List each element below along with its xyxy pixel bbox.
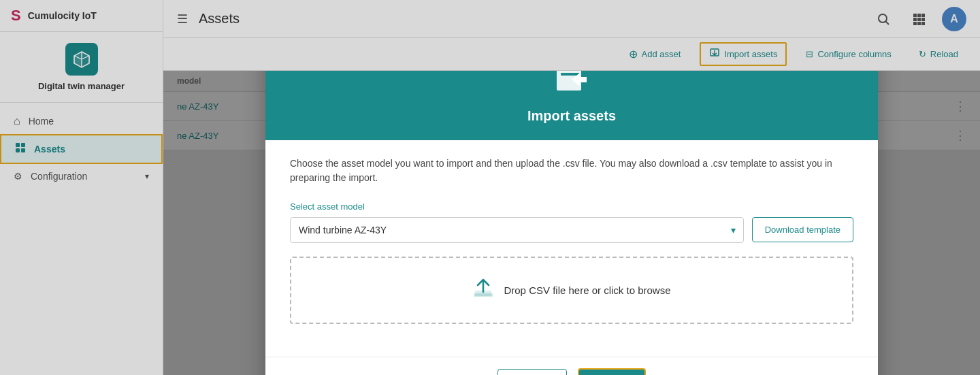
add-icon: ⊕: [629, 48, 638, 61]
svg-point-9: [879, 14, 887, 22]
upload-icon: [472, 277, 494, 304]
modal-body: Choose the asset model you want to impor…: [265, 140, 878, 357]
configure-columns-button[interactable]: ⊟ Configure columns: [798, 45, 899, 63]
import-button[interactable]: Import: [578, 368, 646, 376]
modal-title: Import assets: [527, 108, 616, 124]
drop-zone-text: Drop CSV file here or click to browse: [504, 284, 670, 296]
avatar[interactable]: A: [942, 7, 966, 31]
import-assets-label: Import assets: [724, 49, 777, 59]
topbar-actions: A: [871, 7, 966, 31]
sidebar-item-home[interactable]: ⌂ Home: [0, 108, 163, 134]
add-asset-button[interactable]: ⊕ Add asset: [621, 44, 689, 65]
svg-rect-11: [913, 14, 917, 17]
menu-icon[interactable]: ☰: [177, 12, 188, 27]
svg-rect-8: [21, 148, 25, 152]
svg-rect-14: [913, 18, 917, 21]
svg-rect-7: [16, 148, 20, 152]
sidebar-item-home-label: Home: [29, 116, 54, 127]
topbar: ☰ Assets: [163, 0, 980, 38]
manager-label: Digital twin manager: [38, 81, 125, 91]
svg-rect-5: [16, 143, 20, 147]
sidebar-manager: Digital twin manager: [0, 32, 163, 103]
sidebar-navigation: ⌂ Home Assets ⚙ Configuration ▾: [0, 103, 163, 194]
svg-rect-17: [913, 22, 917, 25]
config-icon: ⚙: [14, 171, 22, 182]
brand-name: Cumulocity IoT: [28, 10, 97, 21]
svg-rect-24: [561, 73, 580, 76]
sidebar-item-assets[interactable]: Assets: [0, 134, 163, 164]
svg-rect-19: [921, 22, 925, 25]
modal-description: Choose the asset model you want to impor…: [290, 157, 853, 185]
sidebar-item-config-label: Configuration: [31, 171, 87, 182]
cancel-button[interactable]: Cancel: [497, 369, 567, 376]
search-button[interactable]: [871, 7, 896, 31]
import-assets-button[interactable]: Import assets: [700, 42, 787, 66]
svg-rect-18: [917, 22, 921, 25]
sidebar-item-assets-label: Assets: [34, 144, 65, 154]
content-area: model ne AZ-43Y ⋮ ne AZ-43Y ⋮: [163, 71, 980, 375]
assets-icon: [15, 142, 26, 156]
manager-icon: [65, 43, 98, 76]
svg-rect-12: [917, 14, 921, 17]
reload-button[interactable]: ↻ Reload: [911, 45, 966, 63]
svg-rect-13: [921, 14, 925, 17]
sidebar-brand: S Cumulocity IoT: [0, 0, 163, 32]
sidebar: S Cumulocity IoT Digital twin manager ⌂ …: [0, 0, 163, 375]
page-title: Assets: [199, 11, 860, 27]
modal-footer: Cancel Import: [265, 357, 878, 376]
svg-rect-16: [921, 18, 925, 21]
columns-icon: ⊟: [806, 49, 813, 59]
add-asset-label: Add asset: [642, 49, 681, 59]
sidebar-item-configuration[interactable]: ⚙ Configuration ▾: [0, 164, 163, 189]
svg-rect-27: [474, 293, 493, 297]
modal-header-icon: [553, 71, 591, 100]
reload-icon: ↻: [919, 49, 926, 59]
reload-label: Reload: [930, 49, 958, 59]
download-template-button[interactable]: Download template: [752, 217, 853, 242]
brand-logo: S: [11, 8, 21, 23]
main-content: ☰ Assets: [163, 0, 980, 375]
svg-rect-6: [21, 143, 25, 147]
file-drop-zone[interactable]: Drop CSV file here or click to browse: [290, 257, 853, 324]
home-icon: ⌂: [14, 115, 20, 127]
configure-columns-label: Configure columns: [817, 49, 891, 59]
grid-button[interactable]: [906, 7, 931, 31]
secondary-bar: ⊕ Add asset Import assets ⊟ Configure co…: [163, 38, 980, 71]
select-row: Wind turbine AZ-43Y ▾ Download template: [290, 217, 853, 243]
modal-overlay: Import assets Choose the asset model you…: [163, 71, 980, 375]
svg-rect-15: [917, 18, 921, 21]
select-wrapper: Wind turbine AZ-43Y ▾: [290, 217, 744, 243]
import-assets-modal: Import assets Choose the asset model you…: [265, 71, 878, 375]
asset-model-select[interactable]: Wind turbine AZ-43Y: [290, 217, 744, 243]
import-icon: [709, 48, 720, 61]
svg-line-10: [886, 21, 889, 25]
select-asset-model-label: Select asset model: [290, 201, 853, 212]
modal-header: Import assets: [265, 71, 878, 140]
chevron-down-icon: ▾: [145, 172, 149, 181]
